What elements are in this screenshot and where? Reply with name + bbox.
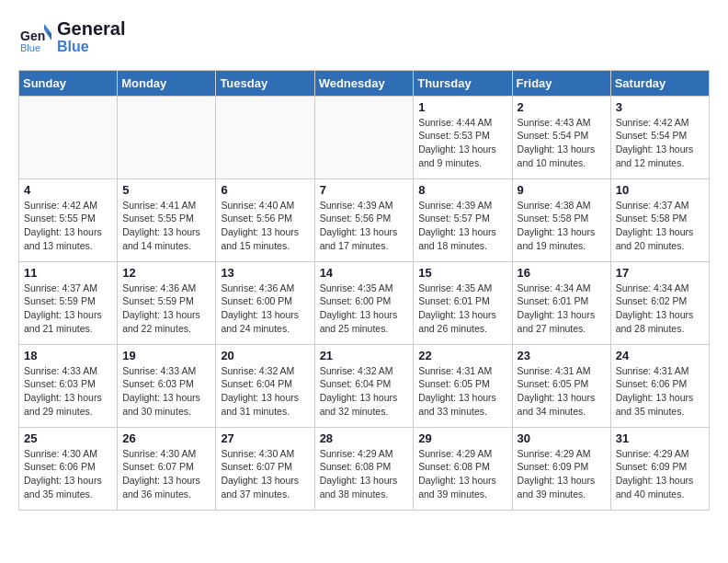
day-number: 22 xyxy=(418,349,506,362)
day-number: 13 xyxy=(221,266,309,280)
calendar-cell: 24 Sunrise: 4:31 AM Sunset: 6:06 PM Dayl… xyxy=(610,344,709,427)
cell-info: Sunrise: 4:35 AM Sunset: 6:01 PM Dayligh… xyxy=(418,282,506,336)
calendar-cell: 27 Sunrise: 4:30 AM Sunset: 6:07 PM Dayl… xyxy=(216,427,314,510)
calendar-cell: 1 Sunrise: 4:44 AM Sunset: 5:53 PM Dayli… xyxy=(414,96,512,178)
cell-info: Sunrise: 4:41 AM Sunset: 5:55 PM Dayligh… xyxy=(122,199,210,253)
calendar-cell: 15 Sunrise: 4:35 AM Sunset: 6:01 PM Dayl… xyxy=(414,261,512,344)
cell-info: Sunrise: 4:31 AM Sunset: 6:06 PM Dayligh… xyxy=(616,364,704,419)
calendar-cell: 22 Sunrise: 4:31 AM Sunset: 6:05 PM Dayl… xyxy=(414,344,512,427)
calendar-cell: 11 Sunrise: 4:37 AM Sunset: 5:59 PM Dayl… xyxy=(19,261,118,344)
cell-info: Sunrise: 4:39 AM Sunset: 5:57 PM Dayligh… xyxy=(418,199,506,253)
calendar-cell: 17 Sunrise: 4:34 AM Sunset: 6:02 PM Dayl… xyxy=(610,261,709,344)
calendar-week-2: 4 Sunrise: 4:42 AM Sunset: 5:55 PM Dayli… xyxy=(19,178,710,261)
calendar-cell: 21 Sunrise: 4:32 AM Sunset: 6:04 PM Dayl… xyxy=(314,344,414,427)
cell-info: Sunrise: 4:42 AM Sunset: 5:54 PM Dayligh… xyxy=(616,116,704,170)
day-number: 21 xyxy=(320,349,409,362)
day-number: 6 xyxy=(221,183,309,197)
day-number: 4 xyxy=(24,183,112,197)
calendar-cell: 4 Sunrise: 4:42 AM Sunset: 5:55 PM Dayli… xyxy=(19,178,118,261)
calendar-cell xyxy=(314,96,414,178)
weekday-header-wednesday: Wednesday xyxy=(314,70,414,96)
cell-info: Sunrise: 4:34 AM Sunset: 6:01 PM Dayligh… xyxy=(518,282,606,336)
logo-line1: General xyxy=(57,18,125,39)
calendar-cell: 5 Sunrise: 4:41 AM Sunset: 5:55 PM Dayli… xyxy=(118,178,216,261)
calendar-cell: 8 Sunrise: 4:39 AM Sunset: 5:57 PM Dayli… xyxy=(414,178,512,261)
cell-info: Sunrise: 4:43 AM Sunset: 5:54 PM Dayligh… xyxy=(518,116,606,170)
calendar-cell: 26 Sunrise: 4:30 AM Sunset: 6:07 PM Dayl… xyxy=(118,427,216,510)
logo-icon: Gen Blue xyxy=(18,20,51,53)
logo-line2: Blue xyxy=(57,39,125,55)
cell-info: Sunrise: 4:32 AM Sunset: 6:04 PM Dayligh… xyxy=(320,364,409,419)
cell-info: Sunrise: 4:30 AM Sunset: 6:06 PM Dayligh… xyxy=(24,447,112,501)
day-number: 5 xyxy=(122,183,210,197)
cell-info: Sunrise: 4:38 AM Sunset: 5:58 PM Dayligh… xyxy=(518,199,606,253)
day-number: 10 xyxy=(616,183,704,197)
calendar-week-1: 1 Sunrise: 4:44 AM Sunset: 5:53 PM Dayli… xyxy=(19,96,710,178)
cell-info: Sunrise: 4:34 AM Sunset: 6:02 PM Dayligh… xyxy=(616,282,704,336)
day-number: 1 xyxy=(418,100,506,114)
weekday-header-thursday: Thursday xyxy=(414,70,512,96)
day-number: 3 xyxy=(616,100,704,114)
logo: Gen Blue General Blue xyxy=(18,18,125,55)
cell-info: Sunrise: 4:30 AM Sunset: 6:07 PM Dayligh… xyxy=(221,447,309,501)
cell-info: Sunrise: 4:39 AM Sunset: 5:56 PM Dayligh… xyxy=(320,199,409,253)
day-number: 28 xyxy=(320,431,409,445)
calendar-cell: 12 Sunrise: 4:36 AM Sunset: 5:59 PM Dayl… xyxy=(118,261,216,344)
weekday-header-friday: Friday xyxy=(512,70,610,96)
calendar-cell xyxy=(19,96,118,178)
day-number: 2 xyxy=(518,100,606,114)
day-number: 20 xyxy=(221,349,309,362)
day-number: 23 xyxy=(518,349,606,362)
day-number: 16 xyxy=(518,266,606,280)
day-number: 15 xyxy=(418,266,506,280)
calendar-cell: 18 Sunrise: 4:33 AM Sunset: 6:03 PM Dayl… xyxy=(19,344,118,427)
day-number: 8 xyxy=(418,183,506,197)
calendar-cell: 29 Sunrise: 4:29 AM Sunset: 6:08 PM Dayl… xyxy=(414,427,512,510)
calendar-cell: 16 Sunrise: 4:34 AM Sunset: 6:01 PM Dayl… xyxy=(512,261,610,344)
day-number: 11 xyxy=(24,266,112,280)
calendar-cell: 7 Sunrise: 4:39 AM Sunset: 5:56 PM Dayli… xyxy=(314,178,414,261)
cell-info: Sunrise: 4:40 AM Sunset: 5:56 PM Dayligh… xyxy=(221,199,309,253)
cell-info: Sunrise: 4:29 AM Sunset: 6:08 PM Dayligh… xyxy=(320,447,409,501)
cell-info: Sunrise: 4:44 AM Sunset: 5:53 PM Dayligh… xyxy=(418,116,506,170)
calendar-table: SundayMondayTuesdayWednesdayThursdayFrid… xyxy=(18,70,710,511)
calendar-cell: 10 Sunrise: 4:37 AM Sunset: 5:58 PM Dayl… xyxy=(610,178,709,261)
calendar-week-4: 18 Sunrise: 4:33 AM Sunset: 6:03 PM Dayl… xyxy=(19,344,710,427)
calendar-cell: 23 Sunrise: 4:31 AM Sunset: 6:05 PM Dayl… xyxy=(512,344,610,427)
day-number: 18 xyxy=(24,349,112,362)
page-header: Gen Blue General Blue xyxy=(18,18,710,55)
svg-text:Gen: Gen xyxy=(20,29,45,43)
cell-info: Sunrise: 4:29 AM Sunset: 6:09 PM Dayligh… xyxy=(518,447,606,501)
weekday-header-tuesday: Tuesday xyxy=(216,70,314,96)
calendar-cell xyxy=(118,96,216,178)
calendar-cell xyxy=(216,96,314,178)
cell-info: Sunrise: 4:35 AM Sunset: 6:00 PM Dayligh… xyxy=(320,282,409,336)
calendar-cell: 6 Sunrise: 4:40 AM Sunset: 5:56 PM Dayli… xyxy=(216,178,314,261)
cell-info: Sunrise: 4:32 AM Sunset: 6:04 PM Dayligh… xyxy=(221,364,309,419)
weekday-header-monday: Monday xyxy=(118,70,216,96)
cell-info: Sunrise: 4:30 AM Sunset: 6:07 PM Dayligh… xyxy=(122,447,210,501)
calendar-cell: 20 Sunrise: 4:32 AM Sunset: 6:04 PM Dayl… xyxy=(216,344,314,427)
cell-info: Sunrise: 4:36 AM Sunset: 5:59 PM Dayligh… xyxy=(122,282,210,336)
calendar-cell: 9 Sunrise: 4:38 AM Sunset: 5:58 PM Dayli… xyxy=(512,178,610,261)
day-number: 19 xyxy=(122,349,210,362)
calendar-cell: 30 Sunrise: 4:29 AM Sunset: 6:09 PM Dayl… xyxy=(512,427,610,510)
calendar-week-3: 11 Sunrise: 4:37 AM Sunset: 5:59 PM Dayl… xyxy=(19,261,710,344)
calendar-cell: 2 Sunrise: 4:43 AM Sunset: 5:54 PM Dayli… xyxy=(512,96,610,178)
day-number: 7 xyxy=(320,183,409,197)
cell-info: Sunrise: 4:29 AM Sunset: 6:08 PM Dayligh… xyxy=(418,447,506,501)
calendar-cell: 25 Sunrise: 4:30 AM Sunset: 6:06 PM Dayl… xyxy=(19,427,118,510)
cell-info: Sunrise: 4:31 AM Sunset: 6:05 PM Dayligh… xyxy=(518,364,606,419)
calendar-cell: 3 Sunrise: 4:42 AM Sunset: 5:54 PM Dayli… xyxy=(610,96,709,178)
weekday-header-row: SundayMondayTuesdayWednesdayThursdayFrid… xyxy=(19,70,710,96)
day-number: 31 xyxy=(616,431,704,445)
calendar-cell: 14 Sunrise: 4:35 AM Sunset: 6:00 PM Dayl… xyxy=(314,261,414,344)
cell-info: Sunrise: 4:33 AM Sunset: 6:03 PM Dayligh… xyxy=(122,364,210,419)
day-number: 24 xyxy=(616,349,704,362)
cell-info: Sunrise: 4:37 AM Sunset: 5:58 PM Dayligh… xyxy=(616,199,704,253)
cell-info: Sunrise: 4:33 AM Sunset: 6:03 PM Dayligh… xyxy=(24,364,112,419)
calendar-cell: 13 Sunrise: 4:36 AM Sunset: 6:00 PM Dayl… xyxy=(216,261,314,344)
cell-info: Sunrise: 4:29 AM Sunset: 6:09 PM Dayligh… xyxy=(616,447,704,501)
day-number: 17 xyxy=(616,266,704,280)
weekday-header-sunday: Sunday xyxy=(19,70,118,96)
